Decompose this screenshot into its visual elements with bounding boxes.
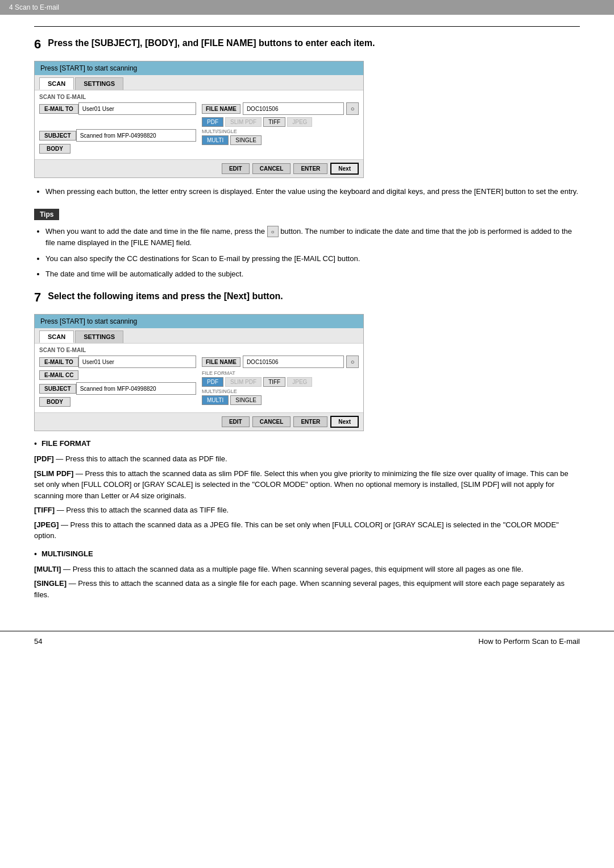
next-btn6[interactable]: Next (330, 163, 359, 175)
scanner-panel-step6: Press [START] to start scanning SCAN SET… (34, 61, 364, 178)
pdf-btn6[interactable]: PDF (202, 117, 223, 127)
tips-item-3: The date and time will be automatically … (45, 268, 580, 280)
multi-btn6[interactable]: MULTI (202, 135, 229, 145)
circle-btn6[interactable]: ○ (346, 102, 359, 115)
slim-pdf-desc: [SLIM PDF] — Press this to attach the sc… (34, 468, 580, 502)
pdf-desc: [PDF] — Press this to attach the scanned… (34, 453, 580, 465)
slim-pdf-btn6[interactable]: SLIM PDF (225, 117, 262, 127)
body-btn7[interactable]: BODY (39, 397, 70, 407)
multi-single-row7: MULTI SINGLE (202, 395, 359, 405)
tips-list: When you want to add the date and time i… (45, 226, 580, 280)
main-content: 6 Press the [SUBJECT], [BODY], and [FILE… (0, 15, 614, 631)
edit-btn6[interactable]: EDIT (222, 163, 250, 174)
tab7-scan[interactable]: SCAN (39, 330, 74, 343)
tiff-desc: [TIFF] — Press this to attach the scanne… (34, 505, 580, 516)
circle-btn7[interactable]: ○ (346, 356, 359, 368)
file-format-label7: FILE FORMAT (202, 370, 359, 376)
single-btn7[interactable]: SINGLE (230, 395, 262, 405)
body-btn[interactable]: BODY (39, 144, 70, 154)
email-to-row: E-MAIL TO (39, 102, 196, 115)
tab6-settings[interactable]: SETTINGS (75, 77, 123, 90)
jpeg-btn7[interactable]: JPEG (287, 377, 312, 387)
next-btn7[interactable]: Next (330, 416, 359, 428)
step6-number: 6 (34, 37, 41, 52)
multi-single-label6: MULTI/SINGLE (202, 129, 359, 134)
subject-input[interactable] (76, 129, 196, 142)
clock-icon: ○ (267, 226, 279, 237)
multi-single-section: • MULTI/SINGLE [MULTI] — Press this to a… (34, 549, 580, 601)
pdf-btn7[interactable]: PDF (202, 377, 223, 387)
file-name-input7[interactable] (243, 356, 344, 368)
enter-btn6[interactable]: ENTER (293, 163, 327, 174)
tiff-btn7[interactable]: TIFF (263, 377, 285, 387)
edit-btn7[interactable]: EDIT (222, 416, 250, 427)
jpeg-desc: [JPEG] — Press this to attach the scanne… (34, 519, 580, 542)
file-name-label6: FILE NAME (202, 104, 240, 114)
scanner-panel-step7: Press [START] to start scanning SCAN SET… (34, 314, 364, 431)
email-to-btn[interactable]: E-MAIL TO (39, 104, 78, 114)
panel6-top-rows: E-MAIL TO CC SUBJECT BODY (39, 102, 359, 156)
panel6-left: E-MAIL TO CC SUBJECT BODY (39, 102, 196, 156)
file-name-label7: FILE NAME (202, 357, 240, 367)
file-format-heading: FILE FORMAT (42, 439, 90, 448)
step7-heading: 7 Select the following items and press t… (34, 290, 580, 305)
cc-row: CC (39, 117, 196, 127)
cc-btn7[interactable]: E-MAIL CC (39, 370, 78, 380)
file-name-input6[interactable] (243, 102, 344, 115)
subject-row: SUBJECT (39, 129, 196, 142)
step6-bullet-1: When pressing each button, the letter en… (45, 186, 580, 197)
subject-btn7[interactable]: SUBJECT (39, 384, 76, 394)
tab6-scan[interactable]: SCAN (39, 77, 74, 90)
subject-input7[interactable] (76, 382, 196, 395)
panel6-body: SCAN TO E-MAIL E-MAIL TO CC SUBJECT (35, 90, 363, 159)
panel7-tabs: SCAN SETTINGS (35, 328, 363, 344)
multi-single-heading: MULTI/SINGLE (42, 549, 93, 558)
panel6-footer: EDIT CANCEL ENTER Next (35, 159, 363, 177)
single-btn6[interactable]: SINGLE (230, 135, 262, 145)
panel7-left: E-MAIL TO E-MAIL CC SUBJECT BODY (39, 356, 196, 409)
format-section6: PDF SLIM PDF TIFF JPEG (202, 117, 359, 127)
panel6-right: FILE NAME ○ PDF SLIM PDF TIFF JPEG MULTI… (202, 102, 359, 156)
step6-title: Press the [SUBJECT], [BODY], and [FILE N… (48, 37, 375, 49)
body-row7: BODY (39, 397, 196, 407)
bullet-dot-ff: • (34, 439, 37, 448)
panel6-tabs: SCAN SETTINGS (35, 75, 363, 90)
panel7-top-rows: E-MAIL TO E-MAIL CC SUBJECT BODY (39, 356, 359, 409)
header-label: 4 Scan to E-mail (9, 3, 59, 11)
cc-row7: E-MAIL CC (39, 370, 196, 380)
subject-btn[interactable]: SUBJECT (39, 131, 76, 140)
email-to-btn7[interactable]: E-MAIL TO (39, 357, 78, 367)
multi-single-label7: MULTI/SINGLE (202, 388, 359, 394)
file-name-row7: FILE NAME ○ (202, 356, 359, 368)
multi-btn7[interactable]: MULTI (202, 395, 229, 405)
jpeg-btn6[interactable]: JPEG (287, 117, 312, 127)
tips-item-2: You can also specify the CC destinations… (45, 253, 580, 264)
cancel-btn7[interactable]: CANCEL (252, 416, 291, 427)
multi-desc: [MULTI] — Press this to attach the scann… (34, 564, 580, 575)
email-to-input[interactable] (78, 102, 196, 115)
email-to-input7[interactable] (78, 356, 196, 368)
tab7-settings[interactable]: SETTINGS (75, 330, 123, 343)
format-row7: PDF SLIM PDF TIFF JPEG (202, 377, 359, 387)
multi-single-row6: MULTI SINGLE (202, 135, 359, 145)
slim-pdf-btn7[interactable]: SLIM PDF (225, 377, 262, 387)
step7-title: Select the following items and press the… (48, 290, 283, 303)
single-desc: [SINGLE] — Press this to attach the scan… (34, 578, 580, 600)
tiff-btn6[interactable]: TIFF (263, 117, 285, 127)
panel7-status: Press [START] to start scanning (35, 315, 363, 328)
step6-bullets: When pressing each button, the letter en… (45, 186, 580, 197)
step7-number: 7 (34, 290, 41, 305)
footer-page-number: 54 (34, 637, 42, 646)
panel6-status: Press [START] to start scanning (35, 61, 363, 75)
subject-row7: SUBJECT (39, 382, 196, 395)
tips-item-1: When you want to add the date and time i… (45, 226, 580, 249)
header-bar: 4 Scan to E-mail (0, 0, 614, 15)
step6-heading: 6 Press the [SUBJECT], [BODY], and [FILE… (34, 37, 580, 52)
cancel-btn6[interactable]: CANCEL (252, 163, 291, 174)
enter-btn7[interactable]: ENTER (293, 416, 327, 427)
email-to-row7: E-MAIL TO (39, 356, 196, 368)
panel7-body: SCAN TO E-MAIL E-MAIL TO E-MAIL CC SUBJE… (35, 344, 363, 412)
file-format-section: • FILE FORMAT [PDF] — Press this to atta… (34, 439, 580, 542)
format-section7: PDF SLIM PDF TIFF JPEG (202, 377, 359, 387)
tips-box: Tips (34, 209, 59, 220)
